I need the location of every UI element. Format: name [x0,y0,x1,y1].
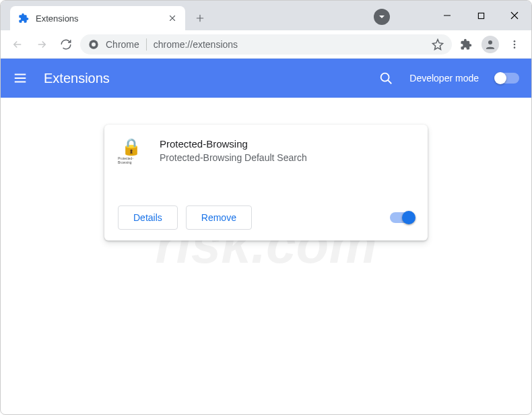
browser-toolbar: Chrome chrome://extensions [1,30,531,59]
chrome-menu-button[interactable] [504,34,525,55]
extension-text: Protected-Browsing Protected-Browsing De… [160,138,414,165]
toggle-knob [402,211,415,224]
extension-icon: 🔒 Protected-Browsing [118,138,145,165]
toggle-knob [494,72,506,84]
kebab-menu-icon [509,39,520,50]
chrome-chip-icon [88,39,99,50]
browser-tab[interactable]: Extensions [10,6,185,30]
extension-card: 🔒 Protected-Browsing Protected-Browsing … [104,125,428,241]
omnibox-chip-label: Chrome [106,39,139,50]
svg-point-8 [514,46,516,49]
omnibox-separator [146,38,147,51]
svg-point-5 [488,40,492,44]
window-close-button[interactable] [498,1,531,30]
hamburger-menu-icon[interactable] [13,71,28,86]
extension-icon-caption: Protected-Browsing [118,156,145,164]
window-minimize-button[interactable] [430,1,464,30]
plus-icon [195,13,205,23]
extensions-content: 🔒 Protected-Browsing Protected-Browsing … [1,98,531,241]
extensions-puzzle-button[interactable] [456,34,476,55]
svg-point-4 [92,42,96,46]
page-title: Extensions [44,71,362,86]
extension-name: Protected-Browsing [160,138,414,150]
svg-point-12 [381,73,389,82]
person-icon [484,38,496,51]
svg-rect-2 [478,13,484,18]
bookmark-star-icon[interactable] [432,38,444,51]
profile-indicator-icon [374,9,390,25]
nav-forward-button[interactable] [32,34,52,55]
extension-description: Protected-Browsing Default Search [160,152,414,163]
new-tab-button[interactable] [191,9,209,28]
lock-icon: 🔒 [121,139,141,155]
extension-card-header: 🔒 Protected-Browsing Protected-Browsing … [118,138,414,165]
window-controls [430,1,531,30]
details-button[interactable]: Details [118,205,178,230]
omnibox[interactable]: Chrome chrome://extensions [80,34,452,55]
search-icon[interactable] [378,71,393,86]
svg-point-7 [514,43,516,45]
extensions-header: Extensions Developer mode [1,59,531,98]
nav-back-button[interactable] [7,34,28,55]
profile-avatar-button[interactable] [480,34,500,55]
svg-marker-0 [379,15,385,18]
extension-enable-toggle[interactable] [390,212,414,223]
extension-tab-icon [18,13,29,24]
window-maximize-button[interactable] [464,1,498,30]
svg-line-13 [388,80,391,84]
remove-button[interactable]: Remove [186,205,252,230]
window-titlebar: Extensions [1,1,531,30]
developer-mode-toggle[interactable] [495,73,519,84]
tab-title: Extensions [36,13,168,24]
omnibox-url: chrome://extensions [154,39,425,50]
extension-card-actions: Details Remove [118,205,414,230]
developer-mode-label: Developer mode [409,73,479,84]
nav-reload-button[interactable] [56,34,76,55]
tab-close-icon[interactable] [168,13,177,23]
svg-point-6 [514,40,516,42]
